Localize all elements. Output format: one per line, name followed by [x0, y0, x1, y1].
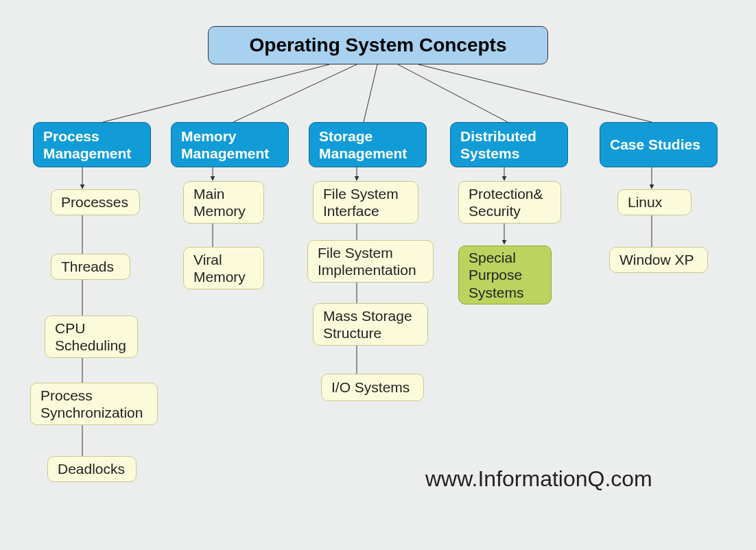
leaf-io-systems: I/O Systems — [321, 374, 424, 401]
category-memory-label: Memory Management — [181, 128, 279, 162]
leaf-viral-memory: Viral Memory — [183, 247, 264, 289]
credit-text: www.InformationQ.com — [425, 466, 652, 492]
leaf-fs-interface: File System Interface — [313, 181, 418, 224]
svg-line-2 — [364, 64, 377, 122]
leaf-process-sync: Process Synchronization — [30, 383, 158, 425]
leaf-fs-interface-label: File System Interface — [323, 185, 408, 219]
leaf-special-purpose-systems-label: Special Purpose Systems — [469, 249, 541, 301]
category-distributed-label: Distributed Systems — [460, 128, 558, 162]
leaf-protection-security: Protection& Security — [458, 181, 561, 224]
leaf-window-xp: Window XP — [609, 247, 708, 273]
leaf-deadlocks-label: Deadlocks — [58, 460, 125, 477]
category-process-label: Process Management — [43, 128, 141, 162]
category-case-label: Case Studies — [610, 136, 700, 153]
leaf-cpu-scheduling-label: CPU Scheduling — [55, 320, 128, 354]
leaf-linux-label: Linux — [628, 193, 662, 211]
category-storage-label: Storage Management — [319, 128, 416, 162]
svg-line-4 — [418, 64, 652, 122]
category-case: Case Studies — [600, 122, 718, 167]
root-title: Operating System Concepts — [250, 34, 507, 57]
leaf-threads: Threads — [51, 254, 130, 280]
leaf-processes-label: Processes — [61, 193, 128, 211]
leaf-process-sync-label: Process Synchronization — [40, 387, 147, 421]
leaf-fs-impl-label: File System Implementation — [318, 244, 423, 278]
category-process: Process Management — [33, 122, 151, 167]
leaf-processes: Processes — [51, 189, 140, 215]
leaf-main-memory: Main Memory — [183, 181, 264, 224]
leaf-linux: Linux — [617, 189, 692, 215]
leaf-mass-storage-label: Mass Storage Structure — [323, 307, 418, 342]
leaf-deadlocks: Deadlocks — [47, 456, 137, 482]
svg-line-1 — [233, 64, 357, 122]
svg-line-0 — [103, 64, 329, 122]
leaf-cpu-scheduling: CPU Scheduling — [45, 315, 138, 358]
leaf-window-xp-label: Window XP — [619, 251, 694, 268]
leaf-io-systems-label: I/O Systems — [331, 379, 410, 396]
leaf-threads-label: Threads — [61, 258, 114, 275]
leaf-special-purpose-systems: Special Purpose Systems — [458, 246, 552, 304]
leaf-protection-security-label: Protection& Security — [469, 185, 551, 219]
category-distributed: Distributed Systems — [450, 122, 568, 167]
leaf-fs-impl: File System Implementation — [307, 240, 434, 283]
svg-line-3 — [398, 64, 508, 122]
root-node: Operating System Concepts — [208, 26, 548, 64]
leaf-mass-storage: Mass Storage Structure — [313, 303, 428, 346]
category-storage: Storage Management — [309, 122, 427, 167]
leaf-main-memory-label: Main Memory — [193, 185, 254, 219]
leaf-viral-memory-label: Viral Memory — [193, 251, 254, 285]
category-memory: Memory Management — [171, 122, 289, 167]
